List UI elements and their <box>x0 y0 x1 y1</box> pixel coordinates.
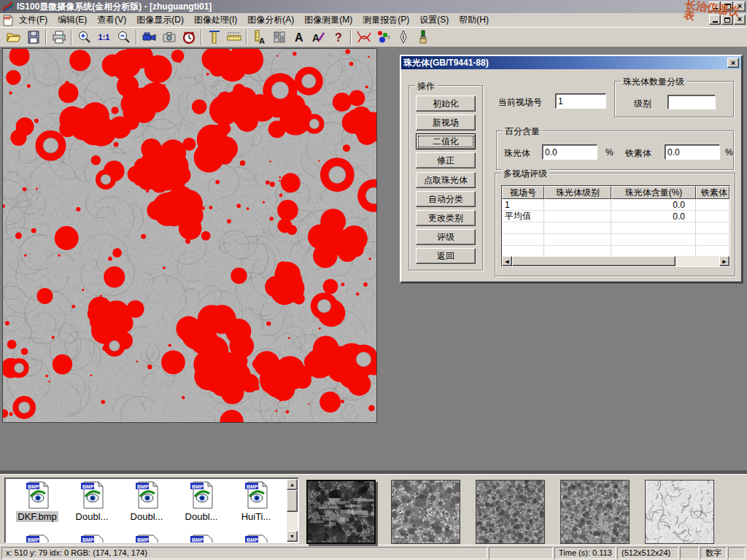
ruler-measure-button[interactable] <box>224 28 244 46</box>
binarize-button[interactable]: 二值化 <box>416 133 476 149</box>
svg-text:BMP: BMP <box>137 484 149 489</box>
file-list[interactable]: BMP DKF.bmp BMP Doubl... <box>4 478 299 543</box>
child-restore-button[interactable] <box>721 15 733 25</box>
multi-field-table[interactable]: 视场号 珠光体级别 珠光体含量(%) 铁素体 1 0.0 平均值 <box>501 185 730 267</box>
table-row[interactable]: 平均值 0.0 <box>502 211 729 222</box>
column-field-no[interactable]: 视场号 <box>502 186 544 199</box>
table-row[interactable]: 1 0.0 <box>502 199 729 211</box>
photo-capture-button[interactable] <box>159 28 179 46</box>
particle-class-button[interactable]: 3 <box>374 28 393 46</box>
change-class-button[interactable]: 更改类别 <box>416 210 476 226</box>
scroll-right-button[interactable]: ▶ <box>719 256 729 266</box>
open-button[interactable] <box>4 28 23 46</box>
save-button[interactable] <box>23 28 43 46</box>
actual-size-button[interactable]: 1:1 <box>94 28 114 46</box>
menu-image-display[interactable]: 图像显示(D) <box>131 12 189 28</box>
bottom-panel: BMP DKF.bmp BMP Doubl... <box>0 474 747 545</box>
file-item[interactable]: BMP <box>66 534 118 543</box>
pick-pearlite-button[interactable]: 点取珠光体 <box>416 172 476 188</box>
menu-image-measure[interactable]: 图像测量(M) <box>299 12 357 28</box>
menu-file[interactable]: 文件(F) <box>14 12 53 28</box>
edit-text-button[interactable]: A <box>309 28 328 46</box>
file-item[interactable]: BMP DKF.bmp <box>11 481 63 523</box>
ferrite-label: 铁素体 <box>625 147 651 160</box>
file-item[interactable]: BMP <box>120 534 173 543</box>
menu-edit[interactable]: 编辑(E) <box>53 12 92 28</box>
column-ferrite[interactable]: 铁素体 <box>696 186 729 199</box>
table-horizontal-scrollbar[interactable]: ◀ ▶ <box>502 256 729 266</box>
cell-grade <box>544 211 611 222</box>
thumbnail-2[interactable] <box>391 480 460 544</box>
correct-button[interactable]: 修正 <box>416 152 476 168</box>
child-close-button[interactable]: × <box>734 15 746 25</box>
minimize-button[interactable] <box>709 1 721 12</box>
status-bar: x: 510 y: 79 idx: 0 RGB: (174, 174, 174)… <box>0 545 747 560</box>
menu-view[interactable]: 查看(V) <box>92 12 131 28</box>
help-button[interactable]: ? <box>328 28 348 46</box>
toolbar-separator <box>45 30 47 45</box>
text-button[interactable]: A <box>289 28 309 46</box>
menu-image-processing[interactable]: 图像处理(I) <box>189 12 242 28</box>
bmp-file-icon: BMP <box>25 481 50 510</box>
video-capture-button[interactable] <box>139 28 159 46</box>
thumbnail-3[interactable] <box>476 480 545 544</box>
zoom-in-button[interactable] <box>74 28 94 46</box>
file-name[interactable]: HuiTi... <box>240 511 273 522</box>
menu-help[interactable]: 帮助(H) <box>454 12 494 28</box>
file-item[interactable]: BMP HuiTi... <box>230 481 282 523</box>
column-pearlite-grade[interactable]: 珠光体级别 <box>544 186 611 199</box>
svg-text:?: ? <box>335 31 342 44</box>
close-icon: × <box>738 2 742 10</box>
thumbnail-4[interactable] <box>560 480 630 544</box>
ferrite-percent-input[interactable] <box>665 144 720 160</box>
toolbar: 1:1 <box>0 27 747 47</box>
file-item[interactable]: BMP <box>230 534 282 543</box>
current-field-input[interactable] <box>555 93 606 109</box>
curve-tool-button[interactable] <box>354 28 374 46</box>
print-button[interactable] <box>49 28 69 46</box>
brush-tool-button[interactable] <box>413 28 433 46</box>
file-item[interactable]: BMP <box>11 534 63 543</box>
timer-button[interactable] <box>179 28 198 46</box>
dialog-close-button[interactable]: × <box>727 58 739 68</box>
child-minimize-button[interactable] <box>709 15 721 25</box>
measure-annotate-button[interactable]: A <box>249 28 269 46</box>
file-name[interactable]: Doubl... <box>129 511 165 522</box>
new-field-button[interactable]: 新视场 <box>416 114 476 131</box>
file-list-scrollbar[interactable]: ▲ ▼ <box>287 479 298 542</box>
pen-tool-button[interactable] <box>393 28 413 46</box>
init-button[interactable]: 初始化 <box>416 96 476 112</box>
menu-settings[interactable]: 设置(S) <box>414 12 454 28</box>
auto-classify-button[interactable]: 自动分类 <box>416 191 476 207</box>
menu-measure-report[interactable]: 测量报告(P) <box>357 12 414 28</box>
caliper-measure-button[interactable] <box>204 28 224 46</box>
scrollbar-thumb[interactable] <box>512 256 676 266</box>
thumbnail-5[interactable] <box>645 480 714 544</box>
scrollbar-thumb[interactable] <box>287 490 298 512</box>
file-item[interactable]: BMP Doubl... <box>175 481 228 523</box>
thumbnail-1[interactable] <box>306 480 376 544</box>
file-item[interactable]: BMP <box>175 534 228 543</box>
pearlite-percent-input[interactable] <box>542 144 597 160</box>
bmp-file-icon: BMP <box>25 534 50 543</box>
zoom-out-button[interactable] <box>114 28 133 46</box>
menu-image-analysis[interactable]: 图像分析(A) <box>242 12 299 28</box>
scroll-down-button[interactable]: ▼ <box>287 531 298 542</box>
close-button[interactable]: × <box>734 1 746 12</box>
percent-group: 百分含量 珠光体 % 铁素体 % <box>496 131 734 170</box>
level-input[interactable] <box>667 95 716 109</box>
file-item[interactable]: BMP Doubl... <box>66 481 118 523</box>
metallographic-image[interactable] <box>2 48 377 423</box>
scroll-left-button[interactable]: ◀ <box>502 256 512 266</box>
return-button[interactable]: 返回 <box>416 248 476 264</box>
dialog-title-bar[interactable]: 珠光体(GB/T9441-88) × <box>401 56 741 69</box>
maximize-button[interactable] <box>721 1 733 12</box>
file-item[interactable]: BMP Doubl... <box>120 481 173 523</box>
column-pearlite-content[interactable]: 珠光体含量(%) <box>611 186 696 199</box>
file-name[interactable]: DKF.bmp <box>16 511 58 522</box>
scroll-up-button[interactable]: ▲ <box>287 479 298 490</box>
grid-button[interactable] <box>269 28 289 46</box>
file-name[interactable]: Doubl... <box>184 511 220 522</box>
grade-button[interactable]: 评级 <box>416 229 476 245</box>
file-name[interactable]: Doubl... <box>74 511 110 522</box>
